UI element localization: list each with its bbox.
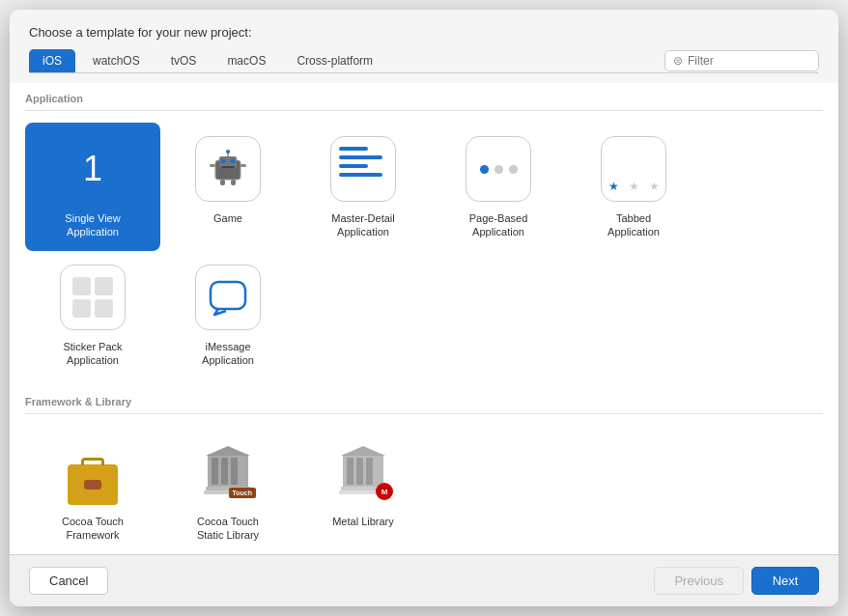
page-based-label: Page-BasedApplication: [469, 211, 528, 239]
cocoa-touch-framework-label: Cocoa TouchFramework: [62, 515, 124, 543]
template-cocoa-touch-static[interactable]: Touch Cocoa TouchStatic Library: [160, 426, 296, 554]
tab-tvos[interactable]: tvOS: [157, 49, 211, 72]
section-framework-library: Framework & Library: [25, 386, 823, 414]
tab-watchos[interactable]: watchOS: [79, 49, 154, 72]
metal-library-label: Metal Library: [332, 515, 394, 528]
svg-rect-7: [220, 180, 225, 185]
svg-rect-22: [366, 458, 373, 485]
template-single-view[interactable]: 1 Single ViewApplication: [25, 123, 160, 251]
filter-input[interactable]: [688, 54, 804, 68]
svg-rect-4: [221, 166, 235, 168]
svg-rect-20: [347, 458, 353, 485]
master-detail-icon: [328, 134, 398, 204]
svg-marker-23: [341, 446, 385, 456]
sticker-pack-label: Sticker PackApplication: [63, 340, 122, 368]
game-label: Game: [213, 211, 242, 225]
tab-bar: iOS watchOS tvOS macOS Cross-platform ⊜: [29, 49, 819, 73]
game-svg: [208, 149, 248, 189]
application-grid: 1 Single ViewApplication: [25, 115, 823, 386]
filter-box: ⊜: [664, 50, 819, 71]
single-view-icon: 1: [58, 134, 127, 204]
template-page-based[interactable]: Page-BasedApplication: [431, 123, 566, 251]
tab-ios[interactable]: iOS: [29, 49, 75, 72]
filter-icon: ⊜: [673, 54, 683, 68]
cancel-button[interactable]: Cancel: [29, 567, 108, 595]
template-cocoa-touch-framework[interactable]: Cocoa TouchFramework: [25, 426, 160, 554]
svg-rect-8: [231, 180, 236, 185]
next-button[interactable]: Next: [751, 567, 819, 595]
template-imessage[interactable]: iMessageApplication: [160, 251, 296, 379]
page-based-icon: [464, 134, 533, 204]
svg-rect-14: [221, 458, 228, 485]
svg-rect-15: [231, 458, 238, 485]
metal-library-icon: M: [328, 437, 398, 507]
template-game[interactable]: Game: [160, 123, 296, 251]
svg-rect-13: [212, 458, 218, 485]
svg-rect-5: [210, 164, 215, 167]
previous-button[interactable]: Previous: [654, 567, 744, 595]
svg-rect-21: [356, 458, 363, 485]
touch-badge: Touch: [229, 488, 256, 498]
template-tabbed[interactable]: ★ ★ ★ TabbedApplication: [566, 123, 701, 251]
new-project-dialog: Choose a template for your new project: …: [10, 10, 838, 606]
svg-point-10: [226, 150, 230, 154]
imessage-icon: [193, 263, 263, 332]
cocoa-touch-static-label: Cocoa TouchStatic Library: [197, 515, 259, 543]
tab-cross-platform[interactable]: Cross-platform: [283, 49, 386, 72]
tab-macos[interactable]: macOS: [213, 49, 279, 72]
template-master-detail[interactable]: Master-DetailApplication: [296, 123, 431, 251]
svg-point-3: [231, 159, 236, 164]
section-application: Application: [25, 83, 823, 111]
cocoa-touch-framework-icon: [58, 437, 127, 507]
single-view-label: Single ViewApplication: [65, 211, 120, 239]
tabbed-icon: ★ ★ ★: [599, 134, 668, 204]
cocoa-touch-static-icon: Touch: [193, 437, 263, 507]
framework-grid: Cocoa TouchFramework: [25, 418, 823, 554]
template-sticker-pack[interactable]: Sticker PackApplication: [25, 251, 160, 379]
imessage-label: iMessageApplication: [202, 340, 254, 368]
game-icon: [193, 134, 263, 204]
dialog-title: Choose a template for your new project:: [29, 25, 819, 40]
imessage-svg: [207, 276, 249, 319]
metal-badge: M: [376, 483, 393, 500]
svg-rect-6: [240, 164, 246, 167]
sticker-pack-icon: [58, 263, 127, 332]
template-metal-library[interactable]: M Metal Library: [296, 426, 431, 554]
dialog-footer: Cancel Previous Next: [10, 554, 838, 606]
svg-point-2: [221, 159, 226, 164]
dialog-header: Choose a template for your new project: …: [10, 10, 838, 83]
tabbed-label: TabbedApplication: [608, 211, 660, 239]
master-detail-label: Master-DetailApplication: [331, 211, 394, 239]
footer-right: Previous Next: [654, 567, 819, 595]
svg-marker-16: [206, 446, 250, 456]
svg-rect-11: [211, 282, 245, 309]
content-area: Application 1 Single ViewApplication: [10, 83, 838, 554]
